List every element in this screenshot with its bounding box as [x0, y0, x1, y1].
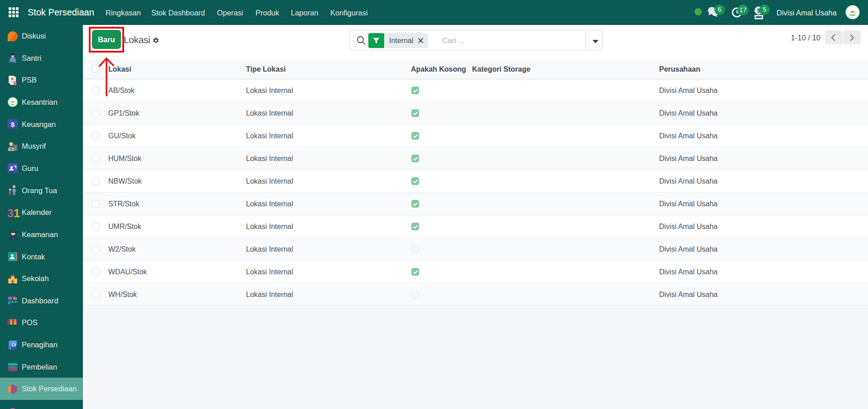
- svg-text:1: 1: [14, 207, 20, 219]
- svg-text:3: 3: [7, 207, 14, 219]
- svg-text:$: $: [11, 121, 15, 128]
- svg-text:$: $: [13, 342, 15, 348]
